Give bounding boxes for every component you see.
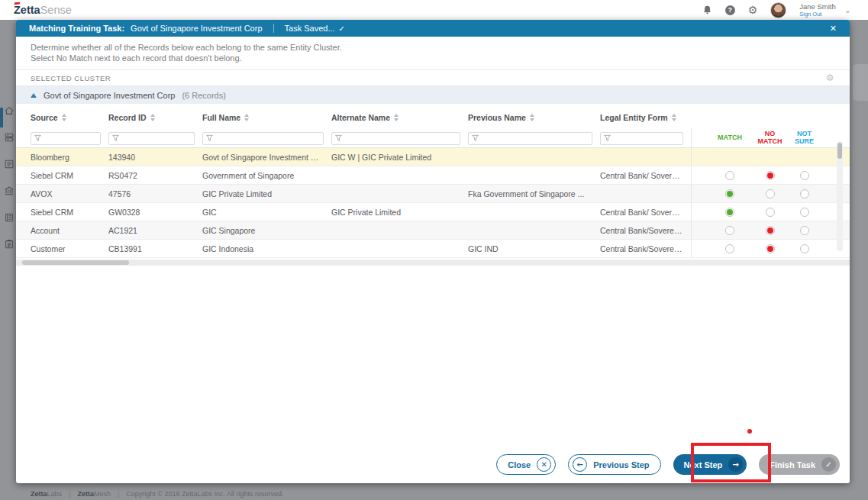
column-header-source[interactable]: Source: [31, 113, 108, 122]
cell-source: Bloomberg: [31, 153, 108, 162]
modal-close-icon[interactable]: ✕: [830, 24, 837, 34]
cell-legal-entity-form: Central Bank/Sovereign: [600, 226, 691, 235]
cell-record-id: RS0472: [108, 171, 202, 180]
modal-title-label: Matching Training Task:: [29, 24, 124, 33]
collapse-cluster-icon[interactable]: [31, 93, 37, 98]
sort-icon[interactable]: [150, 114, 155, 121]
sort-icon[interactable]: [394, 114, 399, 121]
column-header-legal-entity-form[interactable]: Legal Entity Form: [600, 113, 691, 122]
page-footer: ZettaLabs | ZettaMesh | Copyright © 2018…: [31, 490, 284, 498]
column-header-label: Source: [31, 113, 58, 122]
table-row[interactable]: Bloomberg143940Govt of Singapore Investm…: [16, 148, 850, 166]
vertical-scrollbar-thumb[interactable]: [837, 143, 842, 159]
radio-match[interactable]: [725, 244, 734, 253]
finish-task-button[interactable]: Finish Task ✓: [759, 454, 840, 475]
user-menu[interactable]: Jane Smith Sign Out: [799, 3, 836, 18]
table-row[interactable]: AccountAC1921GIC SingaporeCentral Bank/S…: [16, 221, 850, 240]
cluster-record-count: (6 Records): [182, 91, 225, 100]
radio-not-sure[interactable]: [800, 171, 809, 180]
table-header-row: SourceRecord IDFull NameAlternate NamePr…: [16, 106, 850, 128]
radio-no-match[interactable]: [766, 226, 775, 235]
cell-full-name: GIC Singapore: [202, 226, 331, 235]
notebook-icon[interactable]: [4, 212, 15, 223]
radio-not-sure[interactable]: [800, 189, 809, 198]
cell-record-id: 143940: [108, 153, 202, 162]
radio-not-sure[interactable]: [800, 208, 809, 217]
radio-not-sure[interactable]: [800, 244, 809, 253]
selected-cluster-header: SELECTED CLUSTER ⚙: [16, 70, 850, 86]
finish-task-label: Finish Task: [770, 460, 815, 469]
vertical-scrollbar[interactable]: [837, 141, 843, 251]
filter-source-input[interactable]: [31, 132, 101, 145]
column-header-previous-name[interactable]: Previous Name: [468, 113, 600, 122]
table-row[interactable]: Siebel CRMGW0328GICGIC Private LimitedCe…: [16, 203, 850, 221]
radio-no-match[interactable]: [766, 189, 775, 198]
close-x-icon: ✕: [537, 457, 551, 472]
cell-source: Customer: [31, 244, 108, 253]
data-sources-icon[interactable]: [4, 132, 15, 143]
radio-match[interactable]: [725, 226, 734, 235]
cluster-row[interactable]: Govt of Singapore Investment Corp (6 Rec…: [16, 86, 850, 104]
help-icon[interactable]: ?: [725, 5, 735, 15]
instruction-line-2: Select No Match next to each record that…: [31, 53, 835, 63]
user-avatar[interactable]: [770, 2, 786, 18]
filter-full-name-input[interactable]: [202, 132, 324, 145]
check-icon: ✓: [339, 24, 345, 33]
radio-match[interactable]: [725, 171, 734, 180]
sort-icon[interactable]: [672, 114, 676, 121]
decision-cell: [691, 203, 836, 221]
filter-alternate-name-input[interactable]: [331, 132, 460, 145]
column-header-full-name[interactable]: Full Name: [202, 113, 331, 122]
home-icon[interactable]: [4, 105, 15, 116]
radio-no-match[interactable]: [766, 208, 775, 217]
app-logo: ZettaSense: [14, 3, 72, 17]
sort-icon[interactable]: [530, 114, 534, 121]
radio-not-sure[interactable]: [800, 226, 809, 235]
chevron-down-icon[interactable]: ⌄: [844, 5, 851, 15]
selected-cluster-label: SELECTED CLUSTER: [31, 74, 111, 82]
radio-no-match[interactable]: [766, 171, 775, 180]
column-header-alternate-name[interactable]: Alternate Name: [331, 113, 468, 122]
notifications-bell-icon[interactable]: [702, 5, 712, 15]
cell-record-id: GW0328: [108, 208, 202, 217]
logo-light: Sense: [40, 4, 72, 16]
horizontal-scrollbar-thumb[interactable]: [22, 260, 129, 265]
settings-gear-icon[interactable]: ⚙: [748, 5, 758, 15]
table-row[interactable]: AVOX47576GIC Private LimitedFka Governme…: [16, 185, 850, 203]
filter-cell-legal-entity-form: [600, 131, 691, 145]
footer-separator: |: [69, 490, 70, 498]
radio-selected-dot: [727, 191, 733, 197]
table-row[interactable]: Siebel CRMRS0472Government of SingaporeC…: [16, 166, 850, 185]
close-button[interactable]: Close ✕: [496, 454, 556, 475]
records-icon[interactable]: [4, 159, 15, 169]
sort-icon[interactable]: [244, 114, 249, 121]
tasks-clipboard-icon[interactable]: [4, 239, 15, 250]
sign-out-link[interactable]: Sign Out: [799, 11, 836, 18]
entities-bank-icon[interactable]: [4, 185, 15, 196]
sort-icon[interactable]: [62, 114, 66, 121]
filter-previous-name-input[interactable]: [468, 132, 592, 145]
cell-record-id: AC1921: [108, 226, 202, 235]
radio-match[interactable]: [725, 208, 734, 217]
task-instructions: Determine whether all of the Records bel…: [16, 37, 850, 70]
table-row[interactable]: CustomerCB13991GIC IndonesiaGIC INDCentr…: [16, 240, 850, 258]
cell-alternate-name: GIC W | GIC Private Limited: [331, 153, 468, 162]
decision-column-headers: MATCHNO MATCHNOT SURE: [691, 128, 836, 147]
background-panel-edge: [853, 64, 868, 101]
next-step-button[interactable]: Next Step →: [673, 454, 747, 475]
column-header-record-id[interactable]: Record ID: [108, 113, 202, 122]
radio-match[interactable]: [725, 189, 734, 198]
filter-record-id-input[interactable]: [108, 132, 195, 145]
previous-step-button[interactable]: ← Previous Step: [568, 454, 660, 475]
modal-footer: Close ✕ ← Previous Step Next Step → Fini…: [16, 454, 850, 483]
sidebar-nav: [4, 105, 15, 250]
cell-source: AVOX: [31, 189, 108, 198]
radio-no-match[interactable]: [766, 244, 775, 253]
cluster-settings-gear-icon[interactable]: ⚙: [826, 73, 834, 83]
footer-zettamesh-light[interactable]: Mesh: [94, 490, 111, 498]
filter-legal-entity-form-input[interactable]: [600, 132, 683, 145]
footer-zettalabs-light[interactable]: Labs: [47, 490, 63, 498]
filter-cell-full-name: [202, 131, 331, 145]
horizontal-scrollbar[interactable]: [16, 260, 850, 266]
filter-cell-source: [31, 131, 108, 145]
